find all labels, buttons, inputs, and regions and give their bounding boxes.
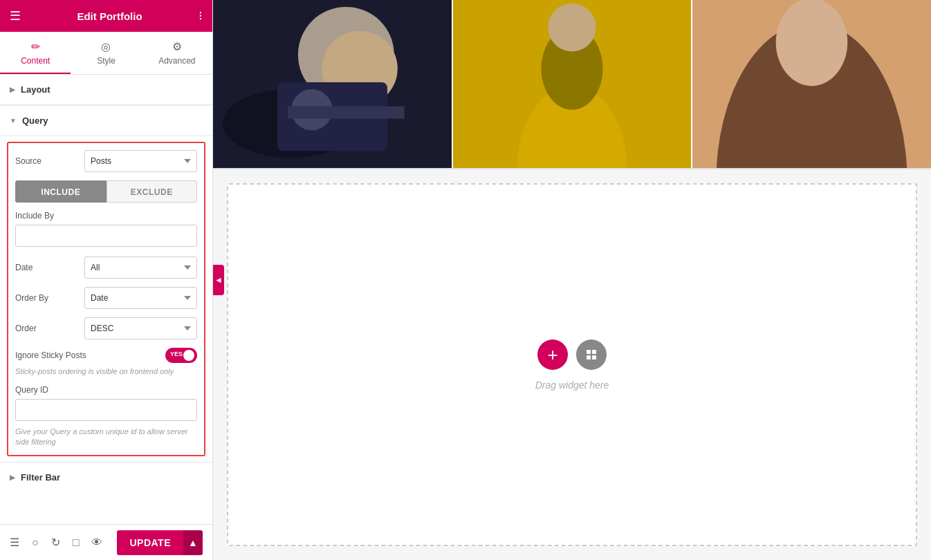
update-arrow-button[interactable]: ▲ [183, 530, 203, 555]
date-select[interactable]: All Today Week Month [84, 256, 197, 279]
include-exclude-toggle: INCLUDE EXCLUDE [15, 180, 197, 203]
query-arrow-icon: ▼ [10, 117, 17, 124]
ignore-sticky-row: Ignore Sticky Posts YES [15, 348, 197, 363]
ignore-sticky-label: Ignore Sticky Posts [15, 351, 165, 360]
toggle-slider: YES [165, 348, 197, 363]
date-field-row: Date All Today Week Month [15, 256, 197, 279]
filter-bar-label: Filter Bar [21, 472, 60, 483]
filter-bar-arrow-icon: ▶ [10, 474, 15, 481]
order-by-field-row: Order By Date Title ID Random [15, 287, 197, 309]
query-id-section: Query ID Give your Query a custom unique… [15, 385, 197, 448]
layout-arrow-icon: ▶ [10, 86, 15, 93]
collapse-panel-arrow[interactable]: ◄ [213, 265, 224, 295]
responsive-icon[interactable]: □ [73, 536, 80, 549]
svg-rect-0 [587, 350, 591, 354]
panel-title: Edit Portfolio [77, 10, 142, 22]
order-by-select[interactable]: Date Title ID Random [84, 287, 197, 309]
tabs-bar: ✏ Content ◎ Style ⚙ Advanced [0, 32, 212, 75]
query-id-input[interactable] [15, 399, 197, 421]
query-id-note: Give your Query a custom unique id to al… [15, 427, 197, 448]
toggle-yes-text: YES [170, 351, 183, 357]
include-by-input[interactable] [15, 225, 197, 247]
portfolio-images [213, 0, 931, 169]
advanced-tab-icon: ⚙ [172, 40, 182, 53]
hamburger-icon[interactable]: ☰ [10, 536, 19, 549]
content-tab-icon: ✏ [31, 40, 40, 53]
drag-widget-text: Drag widget here [535, 380, 609, 391]
style-tab-icon: ◎ [101, 40, 111, 53]
query-id-label: Query ID [15, 385, 197, 395]
ignore-sticky-toggle[interactable]: YES [165, 348, 197, 363]
ignore-sticky-section: Ignore Sticky Posts YES Sticky-posts ord… [15, 348, 197, 375]
sticky-note: Sticky-posts ordering is visible on fron… [15, 367, 197, 375]
query-section-label: Query [22, 115, 48, 126]
add-widget-button[interactable]: + [537, 339, 568, 370]
panel-header: ☰ Edit Portfolio ⁝ [0, 0, 212, 32]
svg-rect-1 [592, 350, 596, 354]
source-label: Source [15, 156, 84, 166]
include-button[interactable]: INCLUDE [15, 180, 107, 203]
drag-action-buttons: + [537, 339, 607, 370]
update-button[interactable]: UPDATE [117, 530, 183, 555]
include-by-section: Include By [15, 211, 197, 256]
source-field-row: Source Posts Pages Custom [15, 150, 197, 172]
date-label: Date [15, 263, 84, 272]
widget-option-button[interactable] [576, 339, 607, 370]
layers-icon[interactable]: ○ [32, 536, 39, 549]
svg-rect-3 [592, 355, 596, 360]
query-section-header[interactable]: ▼ Query [0, 105, 212, 136]
grid-icon[interactable]: ⁝ [199, 8, 203, 24]
right-panel: + Drag widget here [213, 0, 931, 560]
order-field-row: Order DESC ASC [15, 317, 197, 339]
order-select[interactable]: DESC ASC [84, 317, 197, 339]
tab-advanced[interactable]: ⚙ Advanced [142, 32, 212, 74]
update-group: UPDATE ▲ [117, 530, 203, 555]
portfolio-image-jewelry [213, 0, 452, 168]
tab-advanced-label: Advanced [158, 56, 195, 66]
widget-icon [585, 348, 598, 361]
layout-section-label: Layout [21, 84, 50, 95]
preview-icon[interactable]: 👁 [91, 536, 102, 549]
tab-style[interactable]: ◎ Style [71, 32, 141, 74]
history-icon[interactable]: ↻ [51, 536, 60, 549]
bottom-bar: ☰ ○ ↻ □ 👁 UPDATE ▲ [0, 524, 212, 560]
query-section-fields: Source Posts Pages Custom INCLUDE EXCLUD… [7, 142, 205, 456]
drag-widget-area: + Drag widget here [227, 183, 917, 546]
filter-bar-section-header[interactable]: ▶ Filter Bar [0, 462, 212, 492]
order-label: Order [15, 324, 84, 333]
portfolio-image-portrait [692, 0, 931, 168]
source-select[interactable]: Posts Pages Custom [84, 150, 197, 172]
menu-icon[interactable]: ☰ [10, 8, 21, 24]
svg-rect-2 [587, 355, 591, 360]
tab-content-label: Content [21, 56, 50, 66]
exclude-button[interactable]: EXCLUDE [107, 180, 198, 203]
panel-content: ▶ Layout ▼ Query Source Posts Pages Cust… [0, 75, 212, 524]
portfolio-image-fashion [453, 0, 692, 168]
tab-style-label: Style [97, 56, 116, 66]
layout-section-header[interactable]: ▶ Layout [0, 75, 212, 105]
order-by-label: Order By [15, 293, 84, 303]
include-by-label: Include By [15, 211, 197, 221]
left-panel: ☰ Edit Portfolio ⁝ ✏ Content ◎ Style ⚙ A… [0, 0, 213, 560]
tab-content[interactable]: ✏ Content [0, 32, 71, 74]
bottom-icons-group: ☰ ○ ↻ □ 👁 [10, 536, 102, 549]
